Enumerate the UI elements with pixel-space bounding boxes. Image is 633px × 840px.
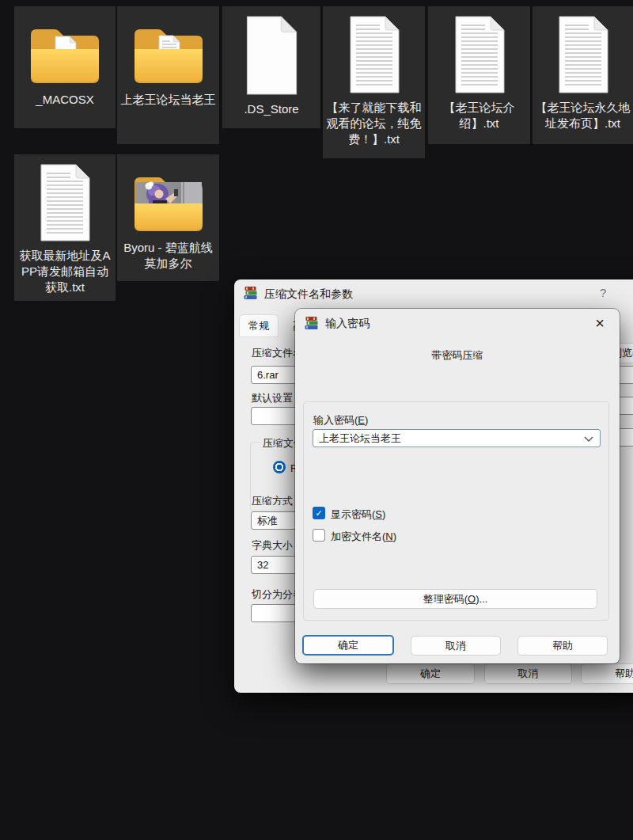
desktop-item-address-page-txt[interactable]: 【老王论坛永久地址发布页】.txt xyxy=(533,6,633,144)
photo-folder-icon xyxy=(130,172,207,235)
desktop-item-forum-intro-txt[interactable]: 【老王论坛介绍】.txt xyxy=(428,6,530,144)
method-label: 压缩方式 xyxy=(252,494,293,508)
format-rar-radio[interactable] xyxy=(273,461,286,473)
password-ok-button[interactable]: 确定 xyxy=(302,635,394,656)
close-icon[interactable]: × xyxy=(585,312,615,334)
archive-cancel-button[interactable]: 取消 xyxy=(484,663,572,684)
desktop-item-label: 获取最新地址及APP请发邮箱自动获取.txt xyxy=(14,248,116,295)
desktop-item-get-address-txt[interactable]: 获取最新地址及APP请发邮箱自动获取.txt xyxy=(14,154,116,301)
desktop-item-free-forum-txt[interactable]: 【来了就能下载和观看的论坛，纯免费！】.txt xyxy=(323,6,425,158)
profiles-label: 默认设置 xyxy=(252,391,293,405)
encrypt-names-checkbox[interactable] xyxy=(313,529,325,542)
tab-general[interactable]: 常规 xyxy=(239,314,279,337)
archive-dialog-title: 压缩文件名和参数 xyxy=(264,287,353,302)
password-help-button[interactable]: 帮助 xyxy=(517,636,608,656)
text-file-icon xyxy=(449,14,510,95)
encrypt-names-label: 加密文件名(N) xyxy=(331,530,396,544)
text-file-icon xyxy=(343,14,405,95)
dict-label: 字典大小 xyxy=(252,538,293,553)
desktop-item-laowang-folder[interactable]: 上老王论坛当老王 xyxy=(117,6,219,144)
help-icon[interactable]: ? xyxy=(600,286,606,299)
desktop-item-label: 【老王论坛介绍】.txt xyxy=(428,100,530,131)
folder-icon xyxy=(26,24,104,87)
text-file-icon xyxy=(552,14,614,95)
password-label: 输入密码(E) xyxy=(313,413,368,428)
organize-passwords-button[interactable]: 整理密码(O)... xyxy=(313,589,597,609)
desktop-item-label: 上老王论坛当老王 xyxy=(119,92,218,108)
winrar-icon xyxy=(244,286,258,300)
folder-icon xyxy=(130,24,207,87)
desktop-item-label: 【老王论坛永久地址发布页】.txt xyxy=(533,100,633,131)
chevron-down-icon xyxy=(584,436,593,442)
archive-ok-button[interactable]: 确定 xyxy=(386,663,475,684)
blank-file-icon xyxy=(240,14,303,97)
show-password-checkbox[interactable]: ✓ xyxy=(313,507,325,519)
password-header: 带密码压缩 xyxy=(295,348,620,363)
text-file-icon xyxy=(34,162,96,243)
password-dialog-title: 输入密码 xyxy=(325,317,370,331)
winrar-icon xyxy=(305,316,319,330)
desktop-item-dsstore[interactable]: .DS_Store xyxy=(222,6,320,128)
password-cancel-button[interactable]: 取消 xyxy=(411,636,501,656)
desktop-item-label: Byoru - 碧蓝航线 莫加多尔 xyxy=(117,240,219,272)
desktop-item-label: .DS_Store xyxy=(241,101,301,117)
show-password-label: 显示密码(S) xyxy=(331,507,385,522)
password-dialog: 输入密码 × 带密码压缩 输入密码(E) 上老王论坛当老王 ✓ 显示密码(S) … xyxy=(295,309,620,663)
desktop-item-label: 【来了就能下载和观看的论坛，纯免费！】.txt xyxy=(323,100,425,147)
desktop-item-byoru-folder[interactable]: Byoru - 碧蓝航线 莫加多尔 xyxy=(117,154,219,281)
desktop-item-macosx[interactable]: _MACOSX xyxy=(14,6,116,128)
desktop-item-label: _MACOSX xyxy=(33,92,96,108)
archive-help-button[interactable]: 帮助 xyxy=(581,663,633,684)
password-input[interactable]: 上老王论坛当老王 xyxy=(313,429,601,447)
